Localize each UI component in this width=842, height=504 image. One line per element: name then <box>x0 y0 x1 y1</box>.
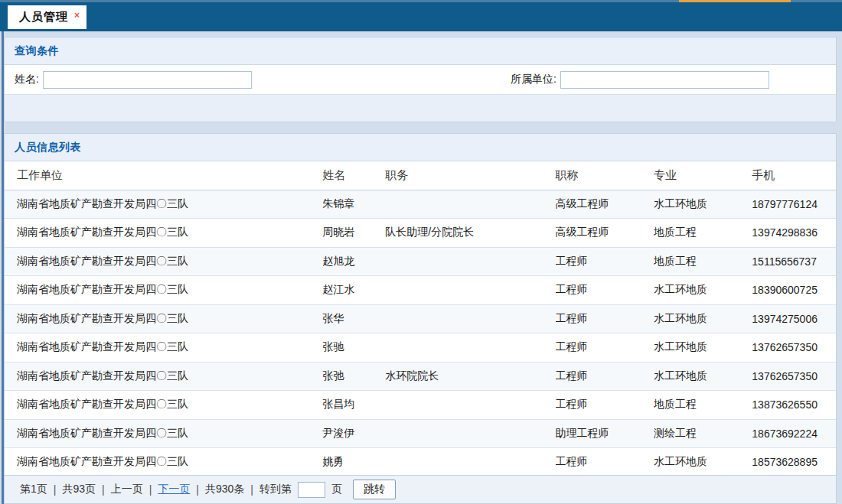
cell-unit: 湖南省地质矿产勘查开发局四〇三队 <box>5 190 322 219</box>
cell-title: 工程师 <box>556 247 654 276</box>
col-header-name: 姓名 <box>322 161 385 190</box>
col-header-specialty: 专业 <box>654 161 752 190</box>
cell-position <box>385 190 555 219</box>
cell-title: 助理工程师 <box>556 419 654 448</box>
cell-unit: 湖南省地质矿产勘查开发局四〇三队 <box>5 419 322 448</box>
pagination-separator: | <box>102 483 105 496</box>
cell-title: 工程师 <box>556 333 654 363</box>
cell-title: 高级工程师 <box>556 219 654 248</box>
cell-position <box>385 419 555 448</box>
col-header-mobile: 手机 <box>752 161 836 190</box>
cell-name: 赵旭龙 <box>322 247 385 276</box>
cell-name: 张华 <box>322 304 385 333</box>
cell-specialty: 水工环地质 <box>654 304 752 333</box>
cell-name: 赵江水 <box>322 276 385 305</box>
personnel-table: 工作单位姓名职务职称专业手机邮箱 湖南省地质矿产勘查开发局四〇三队朱锦章高级工程… <box>5 161 836 475</box>
cell-mobile: 13873626550 <box>752 391 836 420</box>
table-row[interactable]: 湖南省地质矿产勘查开发局四〇三队张昌均工程师地质工程13873626550 <box>5 391 836 420</box>
cell-position <box>385 247 555 276</box>
cell-unit: 湖南省地质矿产勘查开发局四〇三队 <box>5 276 322 305</box>
tab-personnel-management[interactable]: 人员管理 × <box>8 5 86 29</box>
table-row[interactable]: 湖南省地质矿产勘查开发局四〇三队尹浚伊助理工程师测绘工程18673692224 <box>5 419 836 448</box>
query-panel-header: 查询条件 <box>5 37 836 65</box>
cell-mobile: 18573628895 <box>752 448 836 476</box>
col-header-unit: 工作单位 <box>5 161 322 190</box>
main-content: 查询条件 姓名: 所属单位: 人员信息列表 工作单位姓名职务职称专业手机邮箱 湖… <box>2 31 837 504</box>
goto-page-suffix-label: 页 <box>331 483 342 496</box>
cell-specialty: 水工环地质 <box>654 333 752 363</box>
cell-name: 姚勇 <box>322 448 385 476</box>
jump-button[interactable]: 跳转 <box>353 480 396 499</box>
cell-specialty: 水工环地质 <box>654 448 752 476</box>
cell-name: 张驰 <box>322 333 385 363</box>
query-panel-footer <box>5 94 836 122</box>
list-panel-header: 人员信息列表 <box>5 134 836 161</box>
cell-position <box>385 448 555 476</box>
cell-mobile: 18673692224 <box>752 419 836 448</box>
cell-specialty: 水工环地质 <box>654 190 752 219</box>
cell-name: 张弛 <box>322 362 385 391</box>
pagination-separator: | <box>54 483 57 496</box>
cell-name: 张昌均 <box>322 391 385 420</box>
pagination-separator: | <box>196 483 199 496</box>
cell-mobile: 15115656737 <box>752 247 836 276</box>
table-row[interactable]: 湖南省地质矿产勘查开发局四〇三队张华工程师水工环地质13974275006 <box>5 304 836 333</box>
name-field-label: 姓名: <box>15 73 39 86</box>
table-row[interactable]: 湖南省地质矿产勘查开发局四〇三队张弛水环院院长工程师水工环地质137626573… <box>5 362 836 391</box>
total-pages-label: 共93页 <box>62 483 96 496</box>
cell-mobile: 18390600725 <box>752 276 836 305</box>
cell-position <box>385 333 555 363</box>
personnel-table-wrap: 工作单位姓名职务职称专业手机邮箱 湖南省地质矿产勘查开发局四〇三队朱锦章高级工程… <box>5 161 836 475</box>
cell-specialty: 地质工程 <box>654 247 752 276</box>
query-panel: 查询条件 姓名: 所属单位: <box>4 37 837 122</box>
cell-title: 工程师 <box>556 391 654 420</box>
cell-title: 高级工程师 <box>556 190 654 219</box>
col-header-position: 职务 <box>385 161 555 190</box>
table-header-row: 工作单位姓名职务职称专业手机邮箱 <box>5 161 836 190</box>
current-page-label: 第1页 <box>20 483 47 496</box>
unit-input[interactable] <box>560 71 769 89</box>
tab-title: 人员管理 <box>19 10 68 24</box>
unit-field-label: 所属单位: <box>511 73 556 86</box>
pagination-bar: 第1页 | 共93页 | 上一页 | 下一页 | 共930条 | 转到第 页 跳… <box>5 475 836 503</box>
cell-specialty: 地质工程 <box>654 391 752 420</box>
unit-field-group: 所属单位: <box>511 71 769 89</box>
cell-mobile: 13762657350 <box>752 333 836 363</box>
cell-specialty: 地质工程 <box>654 219 752 248</box>
cell-specialty: 水工环地质 <box>654 276 752 305</box>
personnel-list-panel: 人员信息列表 工作单位姓名职务职称专业手机邮箱 湖南省地质矿产勘查开发局四〇三队… <box>4 133 837 504</box>
name-input[interactable] <box>43 71 252 89</box>
cell-position <box>385 276 555 305</box>
table-row[interactable]: 湖南省地质矿产勘查开发局四〇三队周晓岩队长助理/分院院长高级工程师地质工程139… <box>5 219 836 248</box>
goto-page-input[interactable] <box>298 482 325 498</box>
table-row[interactable]: 湖南省地质矿产勘查开发局四〇三队赵旭龙工程师地质工程15115656737 <box>5 247 836 276</box>
tab-close-icon[interactable]: × <box>74 10 80 21</box>
cell-specialty: 测绘工程 <box>654 419 752 448</box>
cell-position <box>385 304 555 333</box>
cell-name: 周晓岩 <box>322 219 385 248</box>
tab-bar: 人员管理 × <box>0 2 842 31</box>
pagination-separator: | <box>250 483 253 496</box>
cell-position: 队长助理/分院院长 <box>385 219 555 248</box>
cell-title: 工程师 <box>556 276 654 305</box>
cell-unit: 湖南省地质矿产勘查开发局四〇三队 <box>5 391 322 420</box>
prev-page-link[interactable]: 上一页 <box>111 483 143 496</box>
cell-unit: 湖南省地质矿产勘查开发局四〇三队 <box>5 333 322 363</box>
cell-specialty: 水工环地质 <box>654 362 752 391</box>
cell-position: 水环院院长 <box>385 362 555 391</box>
cell-mobile: 13762657350 <box>752 362 836 391</box>
cell-unit: 湖南省地质矿产勘查开发局四〇三队 <box>5 448 322 476</box>
cell-title: 工程师 <box>556 448 654 476</box>
cell-mobile: 13974275006 <box>752 304 836 333</box>
cell-unit: 湖南省地质矿产勘查开发局四〇三队 <box>5 247 322 276</box>
goto-page-label: 转到第 <box>259 483 292 496</box>
cell-mobile: 18797776124 <box>752 190 836 219</box>
table-row[interactable]: 湖南省地质矿产勘查开发局四〇三队赵江水工程师水工环地质18390600725 <box>5 276 836 305</box>
cell-title: 工程师 <box>556 362 654 391</box>
next-page-link[interactable]: 下一页 <box>158 483 190 496</box>
pagination-separator: | <box>149 483 152 496</box>
table-row[interactable]: 湖南省地质矿产勘查开发局四〇三队姚勇工程师水工环地质18573628895 <box>5 448 836 476</box>
table-row[interactable]: 湖南省地质矿产勘查开发局四〇三队张驰工程师水工环地质13762657350 <box>5 333 836 363</box>
table-row[interactable]: 湖南省地质矿产勘查开发局四〇三队朱锦章高级工程师水工环地质18797776124 <box>5 190 836 219</box>
cell-name: 朱锦章 <box>322 190 385 219</box>
